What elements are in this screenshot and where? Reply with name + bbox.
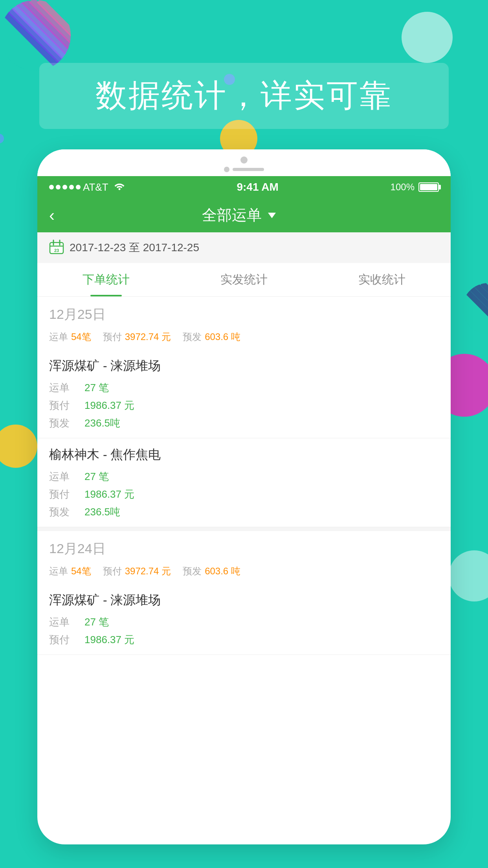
date-range-text: 2017-12-23 至 2017-12-25 (70, 240, 199, 255)
status-time: 9:41 AM (237, 181, 278, 193)
route-2-1-title: 浑源煤矿 - 涞源堆场 (49, 592, 439, 609)
route-1-2-stats: 运单 27 笔 预付 1986.37 元 预发 236.5吨 (49, 470, 439, 519)
battery-percent: 100% (391, 182, 415, 193)
group-2-preship-stat: 预发 603.6 吨 (183, 565, 240, 577)
route-2-1-orders-label: 运单 (49, 615, 81, 629)
group-1-orders-label: 运单 (49, 331, 68, 343)
svg-text:23: 23 (54, 248, 59, 253)
content-area: 12月25日 运单 54笔 预付 3972.74 元 预发 603.6 吨 浑源… (37, 297, 451, 655)
header-title: 数据统计，详实可靠 (55, 75, 433, 117)
route-2-1-prepay-label: 预付 (49, 633, 81, 647)
group-2-orders-label: 运单 (49, 565, 68, 577)
group-1-orders-stat: 运单 54笔 (49, 331, 91, 343)
group-2-summary: 运单 54笔 预付 3972.74 元 预发 603.6 吨 (37, 561, 451, 584)
group-1-preship-stat: 预发 603.6 吨 (183, 331, 240, 343)
route-1-1-prepay-row: 预付 1986.37 元 (49, 399, 439, 412)
svg-point-14 (118, 188, 120, 190)
battery-fill (420, 184, 437, 190)
route-2-1-orders-row: 运单 27 笔 (49, 615, 439, 629)
signal-dot-3 (62, 185, 67, 189)
signal-dots (49, 185, 81, 189)
group-2-prepay-value: 3972.74 元 (125, 565, 171, 577)
phone-speaker-area (224, 167, 264, 172)
route-2-1-prepay-value: 1986.37 元 (84, 633, 134, 647)
status-left: AT&T (49, 181, 125, 193)
signal-dot-1 (49, 185, 54, 189)
route-item-1-2[interactable]: 榆林神木 - 焦作焦电 运单 27 笔 预付 1986.37 元 预发 236.… (37, 438, 451, 527)
phone-mockup: AT&T 9:41 AM 100% ‹ 全部运单 (37, 149, 451, 844)
route-item-1-1[interactable]: 浑源煤矿 - 涞源堆场 运单 27 笔 预付 1986.37 元 预发 236.… (37, 349, 451, 438)
decorative-circle-yellow-left (0, 425, 37, 468)
route-1-1-orders-value: 27 笔 (84, 381, 109, 395)
phone-speaker-bar (233, 168, 264, 171)
route-1-1-prepay-value: 1986.37 元 (84, 399, 134, 412)
battery-icon (418, 182, 439, 192)
signal-dot-5 (76, 185, 81, 189)
tab-order-stats[interactable]: 下单统计 (37, 263, 175, 296)
back-button[interactable]: ‹ (49, 206, 55, 225)
group-1-prepay-stat: 预付 3972.74 元 (103, 331, 171, 343)
calendar-icon: 23 (49, 239, 64, 256)
group-divider-1 (37, 527, 451, 531)
route-1-2-prepay-value: 1986.37 元 (84, 487, 134, 501)
route-2-1-prepay-row: 预付 1986.37 元 (49, 633, 439, 647)
route-1-1-preship-row: 预发 236.5吨 (49, 416, 439, 430)
group-2-prepay-label: 预付 (103, 565, 122, 577)
route-1-1-orders-row: 运单 27 笔 (49, 381, 439, 395)
route-1-2-prepay-label: 预付 (49, 487, 81, 501)
route-1-2-prepay-row: 预付 1986.37 元 (49, 487, 439, 501)
route-2-1-stats: 运单 27 笔 预付 1986.37 元 (49, 615, 439, 647)
group-2-preship-label: 预发 (183, 565, 202, 577)
route-1-1-prepay-label: 预付 (49, 399, 81, 412)
date-filter-bar[interactable]: 23 2017-12-23 至 2017-12-25 (37, 232, 451, 263)
signal-dot-4 (69, 185, 74, 189)
signal-dot-2 (56, 185, 61, 189)
date-group-2-header: 12月24日 (37, 531, 451, 561)
route-1-2-orders-row: 运单 27 笔 (49, 470, 439, 484)
group-2-orders-value: 54笔 (71, 565, 91, 577)
route-1-1-orders-label: 运单 (49, 381, 81, 395)
group-2-preship-value: 603.6 吨 (205, 565, 240, 577)
route-1-2-orders-value: 27 笔 (84, 470, 109, 484)
status-right: 100% (391, 182, 439, 193)
carrier-label: AT&T (83, 181, 108, 193)
tab-actual-receive[interactable]: 实收统计 (313, 263, 451, 296)
group-2-orders-stat: 运单 54笔 (49, 565, 91, 577)
phone-top-area (37, 149, 451, 176)
group-1-summary: 运单 54笔 预付 3972.74 元 预发 603.6 吨 (37, 327, 451, 349)
group-1-preship-value: 603.6 吨 (205, 331, 240, 343)
tabs-bar: 下单统计 实发统计 实收统计 (37, 263, 451, 297)
route-1-1-title: 浑源煤矿 - 涞源堆场 (49, 357, 439, 375)
navigation-bar: ‹ 全部运单 (37, 198, 451, 232)
nav-title-text: 全部运单 (202, 205, 262, 225)
route-1-2-preship-row: 预发 236.5吨 (49, 505, 439, 519)
route-1-1-stats: 运单 27 笔 预付 1986.37 元 预发 236.5吨 (49, 381, 439, 430)
date-group-1-title: 12月25日 (49, 305, 439, 324)
decorative-circle-white-top (402, 12, 453, 63)
route-item-2-1[interactable]: 浑源煤矿 - 涞源堆场 运单 27 笔 预付 1986.37 元 (37, 584, 451, 655)
dropdown-arrow-icon (268, 213, 276, 218)
route-1-2-title: 榆林神木 - 焦作焦电 (49, 446, 439, 463)
tab-actual-ship[interactable]: 实发统计 (175, 263, 313, 296)
decorative-circle-white-bottom (449, 550, 488, 601)
decorative-stripe-right (462, 283, 488, 334)
route-1-2-preship-label: 预发 (49, 505, 81, 519)
phone-camera (240, 156, 248, 164)
status-bar: AT&T 9:41 AM 100% (37, 176, 451, 198)
date-group-1-header: 12月25日 (37, 297, 451, 327)
group-1-preship-label: 预发 (183, 331, 202, 343)
group-1-prepay-label: 预付 (103, 331, 122, 343)
route-2-1-orders-value: 27 笔 (84, 615, 109, 629)
header-banner: 数据统计，详实可靠 (39, 63, 449, 129)
group-2-prepay-stat: 预付 3972.74 元 (103, 565, 171, 577)
group-1-prepay-value: 3972.74 元 (125, 331, 171, 343)
nav-title-area[interactable]: 全部运单 (62, 205, 415, 225)
route-1-2-preship-value: 236.5吨 (84, 505, 120, 519)
phone-speaker-dot (224, 167, 229, 172)
wifi-icon (114, 182, 125, 193)
group-1-orders-value: 54笔 (71, 331, 91, 343)
route-1-2-orders-label: 运单 (49, 470, 81, 484)
route-1-1-preship-label: 预发 (49, 416, 81, 430)
decorative-circle-blue-left (0, 134, 4, 143)
route-1-1-preship-value: 236.5吨 (84, 416, 120, 430)
